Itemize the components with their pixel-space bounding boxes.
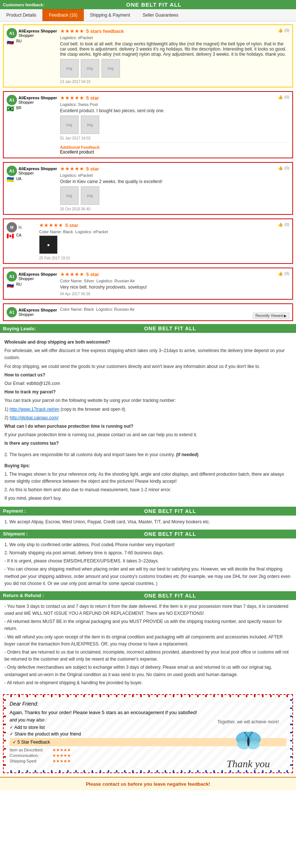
reviewer-country: 🇷🇺 RU [7,282,57,287]
review-card: M M. 🇨🇦 CA ★★★★★ 5 star Color Name: Blac… [3,218,293,264]
thumbs-up-icon: 👍 [278,95,283,99]
header-left-label: Customers feedback: [3,3,44,7]
star-label: 5 star [86,166,99,172]
review-image[interactable]: img [101,59,120,78]
review-image[interactable]: ■ [39,235,58,254]
bottom-notice-text: Please contact us before you leave negat… [86,781,210,787]
protection-text: If your purchase protection time is runn… [4,431,292,438]
together-msg: Together, we will achieve more! [217,719,279,724]
header-center-title: ONE BELT FIT ALL [126,1,182,8]
shipment-header: Shipment : ONE BELT FIT ALL [0,530,296,538]
review-content: ★★★★★ 5 star Color Name: Black Logistics… [39,222,289,260]
buying-leads-center: ONE BELT FIT ALL [47,326,293,331]
reviewer-info: A1 AliExpress Shopper Shopper 🇷🇺 RU [7,271,57,287]
return-line4: - Orders that are returned to us due to … [4,649,292,663]
top-header: Customers feedback: ONE BELT FIT ALL [0,0,296,9]
color-info: Color Name: Black Logistics: ePacket [39,230,289,234]
review-card-partial: A1 AliExpress Shopper Shopper Color Name… [3,303,293,321]
tip1: 1. The images shown is for your referenc… [4,471,292,485]
stars-row: ★★★★★ 5 star [60,271,289,277]
reviewer-name: AliExpress Shopper [18,308,57,312]
return-line6: - All return and re-shipment shipping & … [4,679,292,686]
country-code: RU [16,39,21,43]
thumbs-up-icon: 👍 [278,271,283,276]
review-text: Cool belt. to look at all well. the clas… [60,41,289,57]
tab-shipping-payment[interactable]: Shipping & Payment [84,9,137,21]
return-line1: - You have 3 days to contact us and 7 da… [4,603,292,617]
helpful-count[interactable]: 👍 (0) [278,271,289,276]
feedback-section: A1 AliExpress Shopper Shopper 🇷🇺 RU ★★★★… [0,21,296,324]
reviewer-name2: Shopper [18,276,57,281]
avatar: M [7,222,17,232]
payment-text: 1. We accept Alipay, Escrow, West Union,… [4,519,292,526]
reviewer-country: 🇺🇦 UA [7,176,57,181]
star-label: 5 star [65,223,78,228]
if-needed: (if needed) [176,452,199,457]
reviewer-name2: Shopper [18,100,57,104]
additional-feedback-text: Excellent product [60,149,289,155]
helpful-count[interactable]: 👍 (0) [278,166,289,170]
review-image[interactable]: img [60,59,79,78]
review-image[interactable]: img [81,116,99,134]
review-image[interactable]: img [60,186,79,205]
avatar: A1 [7,28,17,38]
svg-point-8 [251,732,252,733]
reviewer-info: A1 AliExpress Shopper Shopper [7,307,57,317]
review-images: img img img [60,59,289,78]
review-card: A1 AliExpress Shopper Shopper 🇺🇦 UA ★★★★… [3,162,293,215]
svg-point-4 [247,737,249,747]
email-text: Our Email: edbltd@126.com [4,380,292,387]
tip3: If you mind, please don't buy. [4,495,292,502]
reviewer-country: 🇧🇷 BR [7,105,57,110]
tab-feedback[interactable]: Feedback (16) [42,9,83,21]
review-image[interactable]: img [81,186,99,205]
recently-viewed-button[interactable]: Recently Viewed ▶ [253,313,289,319]
color-info: Color Name: Black Logistics: Russian Air [60,307,289,311]
stars-icon: ★★★★★ [60,28,84,34]
logistics: Logistics: Swiss Post [60,102,289,107]
country-code: RU [16,282,21,286]
rating-item-label: Item as Described: [10,748,50,752]
tab-seller-guarantees[interactable]: Seller Guarantees [136,9,185,21]
dropship-text: For drop shipping, we could send the goo… [4,363,292,370]
logistics: Logistics: ePacket [60,35,289,40]
reviewer-name: AliExpress Shopper [18,96,57,100]
track-text: You can track your parcel on the followi… [4,397,292,404]
track-link-2[interactable]: http://global.cainiao.com/ [10,415,59,420]
helpful-count[interactable]: 👍 (0) [278,222,289,227]
country-code: CA [16,233,21,237]
tab-product-details[interactable]: Product Details [0,9,42,21]
helpful-count[interactable]: 👍 (0) [278,28,289,33]
star-label: 5 star [86,95,99,101]
protection-title: What can I do when purchase protection t… [4,423,292,430]
review-date: 13 Jan 2017 04:15 [60,80,289,84]
review-date: 01 Jan 2017 18:02 [60,136,289,140]
country-code: UA [16,177,21,181]
track-link-1[interactable]: http://www.17track.net/en [10,407,59,412]
return-center: ONE BELT FIT ALL [47,593,293,599]
payment-center: ONE BELT FIT ALL [47,508,293,514]
thank-you-inner: Dear Friend: Again, Thanks for your orde… [10,701,286,764]
reviewer-country: 🇨🇦 CA [7,232,36,238]
review-image[interactable]: img [60,116,79,134]
review-card: A1 AliExpress Shopper Shopper 🇷🇺 RU ★★★★… [3,24,293,87]
reviewer-name: AliExpress Shopper [18,272,57,276]
reviewer-info: A1 AliExpress Shopper Shopper 🇧🇷 BR [7,95,57,110]
helpful-count[interactable]: 👍 (0) [278,95,289,100]
reviewer-info: M M. 🇨🇦 CA [7,222,36,238]
reviewer-name2: Shopper [18,33,57,38]
thumbs-up-icon: 👍 [278,222,283,227]
butterfly-icon [234,727,263,757]
logistics: Logistics: ePacket [60,173,289,178]
additional-feedback: Additional Feedback Excellent product [60,142,289,155]
thanks-msg: Again, Thanks for your order! Please lea… [10,710,286,715]
stars-row: ★★★★★ 5 stars feedback [60,28,289,34]
review-content: ★★★★★ 5 star Color Name: Silver Logistic… [60,271,289,296]
stars-row: ★★★★★ 5 star [60,166,289,172]
reviewer-name2: Shopper [18,171,57,175]
reviewer-name: M. [18,225,23,230]
review-date: 04 Apr 2017 06:38 [60,292,289,296]
review-image[interactable]: img [81,59,99,78]
review-content: ★★★★★ 5 star Logistics: Swiss Post Excel… [60,95,289,155]
track-url2: 2) http://global.cainiao.com/ [4,414,292,421]
